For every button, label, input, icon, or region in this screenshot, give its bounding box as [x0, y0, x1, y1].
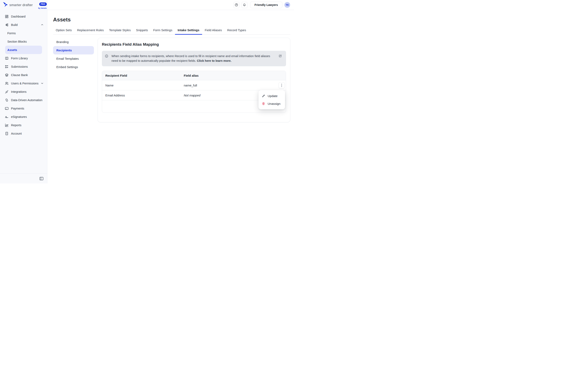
- brand-pro-badge: PRO: [39, 2, 47, 6]
- building-icon: [5, 132, 9, 136]
- credit-card-icon: [5, 106, 9, 110]
- sidebar-item-submissions[interactable]: Submissions: [0, 62, 47, 71]
- tab-template-styles[interactable]: Template Styles: [106, 28, 133, 34]
- tab-bar: Option Sets Replacement Rules Template S…: [53, 28, 290, 35]
- tab-form-settings[interactable]: Form Settings: [151, 28, 175, 34]
- tab-snippets[interactable]: Snippets: [133, 28, 150, 34]
- notifications-button[interactable]: [241, 2, 248, 8]
- sidebar-item-label: Integrations: [11, 90, 26, 93]
- sidebar-item-integrations[interactable]: Integrations: [0, 87, 47, 96]
- sidebar-footer: [0, 173, 47, 184]
- sidebar-item-label: Data-Driven Automation: [11, 99, 43, 102]
- panel-left-icon: [39, 176, 44, 181]
- sidebar-nav: Dashboard Build Forms Section Blocks Ass…: [0, 11, 47, 173]
- open-book-icon: [5, 56, 9, 60]
- intake-settings-body: Branding Recipients Email Templates Embe…: [53, 38, 290, 122]
- trash-icon: [262, 102, 265, 105]
- tab-replacement-rules[interactable]: Replacement Rules: [74, 28, 106, 34]
- sidebar-item-label: Form Library: [11, 57, 28, 60]
- list-icon: [5, 65, 9, 69]
- chevron-up-icon: [40, 23, 44, 26]
- sidebar-item-label: Submissions: [11, 65, 28, 68]
- sidebar-item-account[interactable]: Account: [0, 129, 47, 138]
- cell-recipient-field: Name: [102, 83, 184, 87]
- sidebar-item-reports[interactable]: Reports: [0, 121, 47, 129]
- tab-option-sets[interactable]: Option Sets: [53, 28, 74, 34]
- table-row-email-address: Email Address Not mapped: [102, 90, 286, 100]
- recipients-mapping-panel: Recipients Field Alias Mapping When send…: [98, 38, 290, 122]
- kebab-menu-icon: [281, 83, 282, 87]
- brand-name: smarter drafter: [9, 3, 33, 7]
- info-icon: [105, 54, 108, 58]
- chevron-down-icon: [40, 82, 44, 85]
- info-learn-more-link[interactable]: Click here to learn more.: [197, 59, 231, 62]
- automation-loop-icon: [5, 98, 9, 102]
- sidebar-item-form-library[interactable]: Form Library: [0, 54, 47, 62]
- dashboard-icon: [5, 15, 9, 18]
- tab-intake-settings[interactable]: Intake Settings: [175, 28, 202, 34]
- tab-field-aliases[interactable]: Field Aliases: [202, 28, 225, 34]
- pencil-icon: [262, 94, 265, 98]
- row-context-menu: Update Unassign: [259, 90, 285, 109]
- sidebar-item-label: Forms: [7, 32, 16, 35]
- external-link-icon[interactable]: [278, 54, 282, 58]
- table-row-name: Name name_full: [102, 80, 286, 90]
- table-empty-row: [102, 100, 286, 113]
- sidebar-item-payments[interactable]: Payments: [0, 104, 47, 113]
- page-content: Assets Option Sets Replacement Rules Tem…: [47, 10, 294, 184]
- sidebar-item-label: Clause Bank: [11, 73, 28, 77]
- avatar[interactable]: TK: [285, 2, 290, 8]
- subnav-item-email-templates[interactable]: Email Templates: [53, 54, 94, 63]
- build-icon: [5, 23, 9, 27]
- sidebar-item-label: Build: [11, 23, 17, 26]
- layers-icon: [5, 73, 9, 77]
- info-text: When sending intake forms to recipients,…: [112, 54, 270, 62]
- tab-record-types[interactable]: Record Types: [225, 28, 249, 34]
- sidebar-item-label: Section Blocks: [7, 40, 27, 43]
- brand-mark-icon: [2, 2, 8, 8]
- brand-logo[interactable]: smarter drafter PRO by tensis: [0, 0, 47, 11]
- sidebar-item-forms[interactable]: Forms: [5, 29, 42, 37]
- subnav-item-embed-settings[interactable]: Embed Settings: [53, 63, 94, 71]
- panel-title: Recipients Field Alias Mapping: [102, 42, 286, 47]
- info-banner: When sending intake forms to recipients,…: [102, 51, 286, 66]
- column-header-recipient-field: Recipient Field: [102, 74, 184, 77]
- sidebar-item-assets[interactable]: Assets: [5, 46, 42, 54]
- signature-icon: [5, 115, 9, 119]
- page-title: Assets: [53, 17, 290, 22]
- row-actions-button[interactable]: [278, 82, 285, 89]
- app-root: smarter drafter PRO by tensis Dashboard …: [0, 0, 294, 184]
- menu-item-unassign[interactable]: Unassign: [259, 100, 285, 108]
- sidebar-item-label: Account: [11, 132, 22, 135]
- sidebar-item-dashboard[interactable]: Dashboard: [0, 12, 47, 21]
- top-header: Friendly Lawyers TK: [47, 0, 294, 10]
- sidebar-item-label: Reports: [11, 124, 21, 127]
- main-area: Friendly Lawyers TK Assets Option Sets R…: [47, 0, 294, 184]
- table-header-row: Recipient Field Field alias: [102, 71, 286, 80]
- sidebar-item-esignatures[interactable]: eSignatures: [0, 113, 47, 121]
- help-button[interactable]: [233, 2, 240, 8]
- sidebar-item-clause-bank[interactable]: Clause Bank: [0, 71, 47, 79]
- menu-item-label: Update: [268, 94, 277, 98]
- info-banner-text: When sending intake forms to recipients,…: [112, 54, 276, 63]
- chart-icon: [5, 123, 9, 127]
- plug-icon: [5, 90, 9, 94]
- sidebar-item-section-blocks[interactable]: Section Blocks: [5, 37, 42, 46]
- menu-item-update[interactable]: Update: [259, 92, 285, 100]
- column-header-field-alias: Field alias: [184, 74, 286, 77]
- sidebar-item-data-driven-automation[interactable]: Data-Driven Automation: [0, 96, 47, 104]
- subnav-item-recipients[interactable]: Recipients: [53, 46, 94, 54]
- organization-button[interactable]: Friendly Lawyers: [250, 2, 282, 8]
- intake-settings-subnav: Branding Recipients Email Templates Embe…: [53, 38, 94, 71]
- sidebar-item-label: Payments: [11, 107, 24, 110]
- menu-item-label: Unassign: [268, 102, 281, 105]
- collapse-sidebar-button[interactable]: [39, 176, 44, 181]
- bell-icon: [242, 3, 246, 7]
- brand-byline: by tensis: [38, 7, 47, 9]
- cell-recipient-field: Email Address: [102, 94, 184, 97]
- subnav-item-branding[interactable]: Branding: [53, 38, 94, 46]
- sidebar-item-label: Users & Permissions: [11, 82, 39, 85]
- sidebar-item-users-permissions[interactable]: Users & Permissions: [0, 79, 47, 87]
- sidebar-item-build[interactable]: Build: [0, 21, 47, 29]
- sidebar-item-label: eSignatures: [11, 115, 27, 118]
